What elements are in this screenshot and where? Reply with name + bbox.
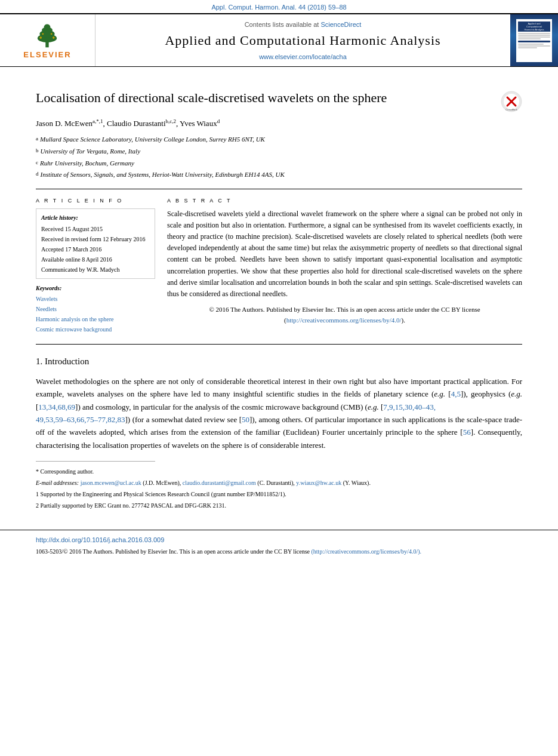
keyword-cmb[interactable]: Cosmic microwave background: [36, 324, 155, 334]
svg-text:CrossMark: CrossMark: [505, 108, 517, 111]
footnote-divider: [36, 461, 155, 462]
journal-cover-thumb: Applied andComputationalHarmonic Analysi…: [516, 19, 552, 62]
doi-link[interactable]: http://dx.doi.org/10.1016/j.acha.2016.03…: [36, 535, 522, 545]
author1-sup: a,*,1: [93, 118, 103, 124]
elsevier-tree-icon: [29, 22, 65, 49]
affil-c: c Ruhr University, Bochum, Germany: [36, 158, 522, 169]
intro-paragraph: Wavelet methodologies on the sphere are …: [36, 375, 522, 452]
affil-d: d Institute of Sensors, Signals, and Sys…: [36, 170, 522, 180]
ref-4-5[interactable]: 4,5: [451, 389, 461, 398]
intro-heading: 1. Introduction: [36, 357, 522, 367]
abstract-text: Scale-discretised wavelets yield a direc…: [167, 208, 522, 300]
svg-point-5: [40, 36, 42, 39]
email-mcewen-person: (J.D. McEwen),: [143, 480, 182, 486]
footnote-corresponding: * Corresponding author.: [36, 466, 522, 477]
sciencedirect-link[interactable]: ScienceDirect: [320, 21, 361, 28]
svg-point-8: [51, 33, 53, 35]
elsevier-wordmark: ELSEVIER: [23, 50, 71, 59]
article-info-col: A R T I C L E I N F O Article history: R…: [36, 198, 155, 334]
svg-point-6: [53, 36, 55, 39]
keyword-harmonic[interactable]: Harmonic analysis on the sphere: [36, 314, 155, 324]
footnote-2: 2 Partially supported by ERC Grant no. 2…: [36, 500, 522, 511]
ref-50[interactable]: 50: [242, 415, 249, 424]
article-history-title: Article history:: [41, 213, 150, 223]
email-mcewen[interactable]: jason.mcewen@ucl.ac.uk: [81, 480, 141, 486]
svg-point-7: [42, 33, 44, 35]
authors-line: Jason D. McEwena,*,1, Claudio Durastanti…: [36, 118, 522, 128]
journal-header: ELSEVIER Contents lists available at Sci…: [0, 13, 558, 67]
affil-b: b University of Tor Vergata, Rome, Italy: [36, 146, 522, 157]
license-link[interactable]: http://creativecommons.org/licenses/by/4…: [286, 316, 402, 324]
author2-name: Claudio Durastanti: [107, 119, 166, 128]
communicated-by: Communicated by W.R. Madych: [41, 265, 150, 275]
article-info-abstract: A R T I C L E I N F O Article history: R…: [36, 198, 522, 334]
keywords-title: Keywords:: [36, 285, 155, 291]
elsevier-logo-area: ELSEVIER: [0, 14, 95, 66]
contents-available-label: Contents lists available at ScienceDirec…: [245, 21, 362, 28]
paper-title-area: Localisation of directional scale-discre…: [36, 90, 522, 112]
article-info-label: A R T I C L E I N F O: [36, 198, 155, 204]
introduction-section: 1. Introduction Wavelet methodologies on…: [36, 357, 522, 452]
affil-a: a Mullard Space Science Laboratory, Univ…: [36, 134, 522, 145]
keyword-needlets[interactable]: Needlets: [36, 304, 155, 314]
footnote-emails: E-mail addresses: jason.mcewen@ucl.ac.uk…: [36, 478, 522, 488]
email-label: E-mail addresses:: [36, 480, 81, 486]
keywords-section: Keywords: Wavelets Needlets Harmonic ana…: [36, 285, 155, 334]
journal-thumbnail: Applied andComputationalHarmonic Analysi…: [510, 14, 558, 66]
received2: Received in revised form 12 February 201…: [41, 234, 150, 244]
accepted: Accepted 17 March 2016: [41, 244, 150, 254]
author1-name: Jason D. McEwen: [36, 119, 93, 128]
ref-geophysics[interactable]: 13,34,68,69: [38, 402, 75, 411]
keyword-wavelets[interactable]: Wavelets: [36, 294, 155, 304]
paper-title: Localisation of directional scale-discre…: [36, 90, 495, 107]
section-divider-1: [36, 189, 522, 189]
abstract-col: A B S T R A C T Scale-discretised wavele…: [167, 198, 522, 334]
footnotes: * Corresponding author. E-mail addresses…: [36, 466, 522, 511]
abstract-license: © 2016 The Authors. Published by Elsevie…: [167, 305, 522, 325]
available-online: Available online 8 April 2016: [41, 254, 150, 265]
section-divider-2: [36, 344, 522, 345]
author3-name: Yves Wiaux: [180, 119, 217, 128]
email-wiaux[interactable]: y.wiaux@hw.ac.uk: [296, 480, 341, 486]
abstract-label: A B S T R A C T: [167, 198, 522, 204]
email-durastanti-person: (C. Durastanti),: [257, 480, 296, 486]
bottom-bar: http://dx.doi.org/10.1016/j.acha.2016.03…: [0, 530, 558, 561]
journal-title-area: Contents lists available at ScienceDirec…: [95, 14, 510, 66]
crossmark-badge[interactable]: CrossMark: [501, 91, 522, 112]
ref-56[interactable]: 56: [463, 428, 471, 437]
article-history-box: Article history: Received 15 August 2015…: [36, 208, 155, 279]
author2-sup: b,c,2: [166, 118, 177, 124]
author3-sup: d: [217, 118, 220, 124]
footnote-1: 1 Supported by the Engineering and Physi…: [36, 489, 522, 499]
journal-full-title: Applied and Computational Harmonic Analy…: [165, 33, 440, 48]
journal-ref: Appl. Comput. Harmon. Anal. 44 (2018) 59…: [0, 0, 558, 13]
svg-point-4: [44, 24, 51, 29]
email-durastanti[interactable]: claudio.durastanti@gmail.com: [183, 480, 256, 486]
main-content: Localisation of directional scale-discre…: [0, 67, 558, 524]
journal-url[interactable]: www.elsevier.com/locate/acha: [259, 53, 347, 60]
affiliations: a Mullard Space Science Laboratory, Univ…: [36, 134, 522, 180]
elsevier-logo: ELSEVIER: [23, 22, 71, 59]
bottom-license-link[interactable]: (http://creativecommons.org/licenses/by/…: [312, 548, 422, 555]
received1: Received 15 August 2015: [41, 224, 150, 234]
bottom-copyright: 1063-5203/© 2016 The Authors. Published …: [36, 547, 522, 557]
email-wiaux-person: (Y. Wiaux).: [343, 480, 371, 486]
